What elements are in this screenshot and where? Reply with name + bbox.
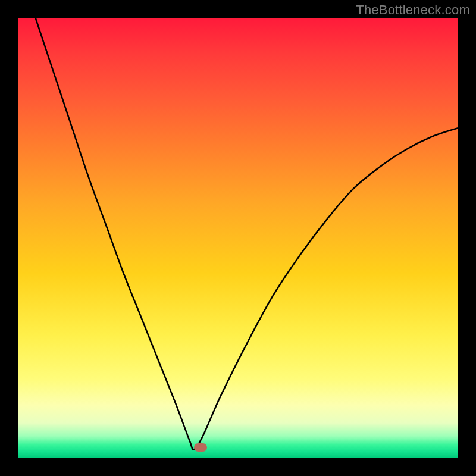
optimum-marker xyxy=(194,443,207,452)
bottleneck-curve xyxy=(18,18,458,458)
plot-area xyxy=(18,18,458,458)
watermark-text: TheBottleneck.com xyxy=(356,2,470,18)
chart-frame: TheBottleneck.com xyxy=(0,0,476,476)
